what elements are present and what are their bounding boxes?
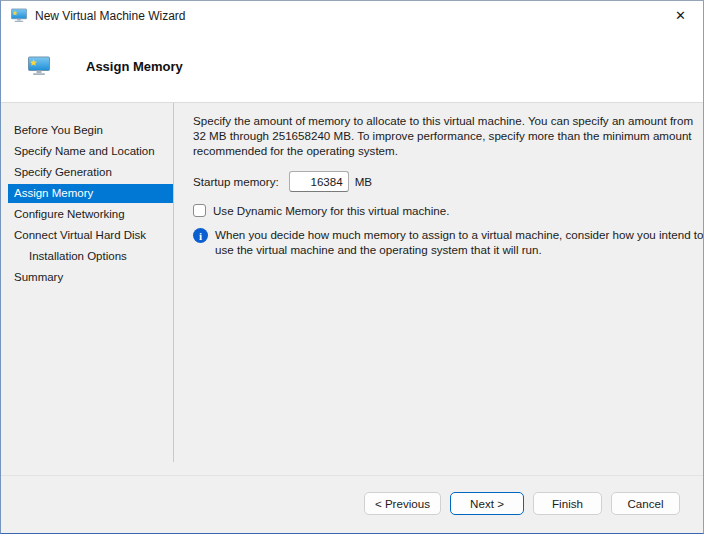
- startup-memory-row: Startup memory: MB: [193, 171, 704, 192]
- page-content: Specify the amount of memory to allocate…: [174, 103, 704, 475]
- assign-memory-icon: [28, 56, 50, 76]
- dynamic-memory-row: Use Dynamic Memory for this virtual mach…: [193, 204, 704, 217]
- body-area: Before You Begin Specify Name and Locati…: [1, 103, 703, 476]
- next-button[interactable]: Next >: [450, 492, 524, 515]
- title-bar: New Virtual Machine Wizard ✕: [1, 1, 703, 30]
- vm-wizard-icon: [11, 8, 27, 23]
- dynamic-memory-label: Use Dynamic Memory for this virtual mach…: [213, 204, 449, 217]
- sidebar-item-assign-memory[interactable]: Assign Memory: [8, 184, 173, 203]
- dynamic-memory-checkbox[interactable]: [193, 204, 206, 217]
- sidebar-item-before-you-begin[interactable]: Before You Begin: [8, 121, 173, 140]
- cancel-button[interactable]: Cancel: [611, 492, 680, 515]
- info-note-row: i When you decide how much memory to ass…: [193, 227, 704, 257]
- sidebar-item-specify-generation[interactable]: Specify Generation: [8, 163, 173, 182]
- finish-button[interactable]: Finish: [533, 492, 602, 515]
- close-icon: ✕: [675, 8, 686, 23]
- page-title: Assign Memory: [86, 59, 183, 74]
- wizard-footer: < Previous Next > Finish Cancel: [1, 476, 703, 533]
- startup-memory-label: Startup memory:: [193, 175, 279, 188]
- info-note-text: When you decide how much memory to assig…: [215, 227, 704, 257]
- sidebar-item-specify-name-and-location[interactable]: Specify Name and Location: [8, 142, 173, 161]
- wizard-header: Assign Memory: [1, 30, 703, 103]
- sidebar-item-summary[interactable]: Summary: [8, 268, 173, 287]
- close-button[interactable]: ✕: [658, 1, 703, 30]
- startup-memory-unit: MB: [355, 175, 372, 188]
- wizard-steps-sidebar: Before You Begin Specify Name and Locati…: [1, 103, 174, 475]
- sidebar-item-installation-options[interactable]: Installation Options: [8, 247, 173, 266]
- startup-memory-input[interactable]: [289, 171, 349, 192]
- previous-button[interactable]: < Previous: [364, 492, 441, 515]
- memory-description: Specify the amount of memory to allocate…: [193, 113, 695, 158]
- wizard-window: New Virtual Machine Wizard ✕ Assign Memo…: [0, 0, 704, 534]
- info-icon: i: [193, 228, 208, 243]
- sidebar-item-configure-networking[interactable]: Configure Networking: [8, 205, 173, 224]
- window-title: New Virtual Machine Wizard: [35, 9, 186, 23]
- sidebar-item-connect-virtual-hard-disk[interactable]: Connect Virtual Hard Disk: [8, 226, 173, 245]
